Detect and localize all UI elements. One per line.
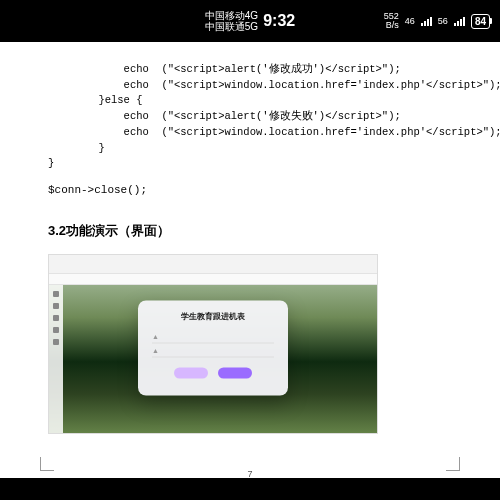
document-page[interactable]: echo ("<script>alert('修改成功')</script>");… [0, 42, 500, 489]
carrier-2: 中国联通5G [205, 21, 258, 32]
form-button-primary [174, 367, 208, 378]
code-line: }else { [48, 94, 143, 106]
card-title: 学生教育跟进机表 [181, 310, 245, 321]
login-card: 学生教育跟进机表 ▲ ▲ [138, 300, 288, 395]
code-line: echo ("<script>window.location.href='ind… [48, 126, 500, 138]
code-block: echo ("<script>alert('修改成功')</script>");… [0, 46, 500, 172]
signal-bars-icon [454, 17, 465, 26]
code-line: echo ("<script>alert('修改成功')</script>"); [48, 63, 401, 75]
net-label-5g: 56 [438, 16, 448, 26]
code-line: echo ("<script>window.location.href='ind… [48, 79, 500, 91]
bottom-bar [0, 478, 500, 489]
form-button-secondary [218, 367, 252, 378]
signal-bars-icon [421, 17, 432, 26]
code-line: $conn->close(); [0, 184, 500, 196]
sidebar-icons [49, 285, 63, 433]
code-line: } [48, 142, 105, 154]
user-icon: ▲ [152, 346, 159, 353]
status-bar: 中国移动4G 中国联通5G 9:32 552 B/s 46 56 84 [0, 0, 500, 42]
browser-toolbar [49, 273, 377, 285]
clock: 9:32 [263, 12, 295, 30]
code-line: echo ("<script>alert('修改失败')</script>"); [48, 110, 401, 122]
embedded-screenshot: 学生教育跟进机表 ▲ ▲ [48, 254, 378, 434]
status-right: 552 B/s 46 56 84 [384, 12, 490, 30]
battery-icon: 84 [471, 14, 490, 29]
net-speed-unit: B/s [384, 21, 399, 30]
form-field: ▲ [152, 329, 274, 343]
code-line: } [48, 157, 54, 169]
section-heading: 3.2功能演示（界面） [0, 222, 500, 240]
form-field: ▲ [152, 343, 274, 357]
user-icon: ▲ [152, 332, 159, 339]
status-center: 中国移动4G 中国联通5G 9:32 [205, 10, 295, 32]
net-label-4g: 46 [405, 16, 415, 26]
carrier-1: 中国移动4G [205, 10, 258, 21]
